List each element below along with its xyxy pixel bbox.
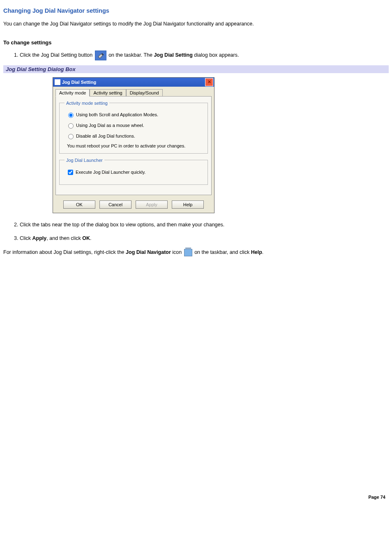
jog-dial-setting-dialog: Jog Dial Setting ✕ Activity mode Activit… [53,77,214,213]
step3-c: , and then click [46,235,82,241]
radio-mouse-wheel[interactable] [68,123,74,129]
step3-e: . [90,235,91,241]
dialog-titlebar: Jog Dial Setting ✕ [53,78,214,87]
cancel-button[interactable]: Cancel [99,200,131,209]
tab-display-sound[interactable]: Display/Sound [126,89,163,97]
radio-both-modes[interactable] [68,113,74,118]
help-button[interactable]: Help [172,200,204,209]
tab-activity-mode[interactable]: Activity mode [55,89,90,97]
dialog-tabs: Activity mode Activity setting Display/S… [53,87,214,97]
section-subhead: To change settings [3,39,389,46]
jog-dial-navigator-icon [184,249,192,256]
radio-mouse-wheel-label: Using Jog Dial as a mouse wheel. [76,123,144,128]
step3-a: Click [20,235,32,241]
step1-text-a: Click the Jog Dial Setting button [20,52,94,58]
radio-both-modes-label: Using both Scroll and Application Modes. [76,112,158,117]
reboot-hint: You must reboot your PC in order to acti… [67,143,203,148]
page-title: Changing Jog Dial Navigator settings [3,7,389,14]
tail-c: icon [171,249,183,255]
dialog-title: Jog Dial Setting [62,80,96,85]
tail-e: Help [251,249,262,255]
checkbox-launcher-quickly[interactable] [68,170,73,175]
jog-dial-launcher-legend: Jog Dial Launcher [65,158,104,163]
figure-caption: Jog Dial Setting Dialog Box [3,65,389,73]
tab-content: Activity mode setting Using both Scroll … [55,96,212,195]
radio-disable-all[interactable] [68,134,74,139]
step1-text-b: on the taskbar. The [108,52,154,58]
step1-text-c: dialog box appears. [194,52,239,58]
tail-d: on the taskbar, and click [194,249,251,255]
step-2: Click the tabs near the top of the dialo… [20,221,389,229]
dialog-button-row: OK Cancel Apply Help [53,198,214,213]
jog-dial-launcher-fieldset: Jog Dial Launcher Execute Jog Dial Launc… [59,158,208,185]
close-icon[interactable]: ✕ [205,78,213,86]
apply-button[interactable]: Apply [136,200,168,209]
step-1: Click the Jog Dial Setting button on the… [20,51,389,60]
checkbox-launcher-quickly-label: Execute Jog Dial Launcher quickly. [76,170,145,175]
tail-b: Jog Dial Navigator [126,249,171,255]
activity-mode-legend: Activity mode setting [65,101,109,106]
radio-disable-all-label: Disable all Jog Dial functions. [76,134,135,138]
step3-d: OK [82,235,90,241]
step-3: Click Apply, and then click OK. [20,235,389,242]
page-number: Page 74 [3,495,389,500]
tail-a: For information about Jog Dial settings,… [3,249,126,255]
intro-text: You can change the Jog Dial Navigator se… [3,21,389,28]
ok-button[interactable]: OK [63,200,95,209]
tab-activity-setting[interactable]: Activity setting [90,89,126,97]
jog-dial-setting-icon [95,51,106,60]
tail-paragraph: For information about Jog Dial settings,… [3,249,389,256]
tail-f: . [262,249,263,255]
dialog-app-icon [55,79,60,85]
step3-b: Apply [32,235,47,241]
step1-bold: Jog Dial Setting [154,52,192,58]
activity-mode-fieldset: Activity mode setting Using both Scroll … [59,101,208,154]
